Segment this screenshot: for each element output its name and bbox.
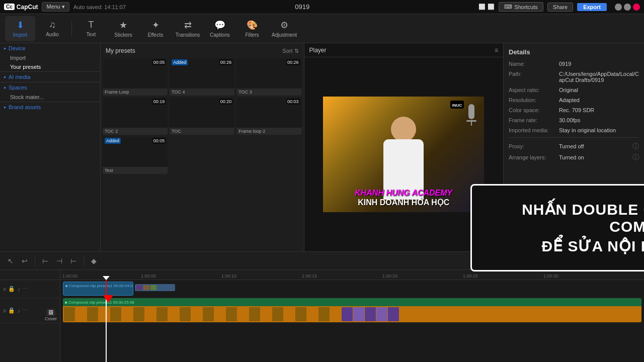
list-item[interactable]: 00:03 Frame loop 2 [236, 98, 301, 135]
video-label: INUC [450, 101, 464, 109]
arrange-settings-icon[interactable]: ⓘ [632, 153, 639, 162]
sort-label: Sort [282, 48, 292, 54]
keyframe-btn[interactable]: ◆ [89, 255, 99, 266]
media-label: TOC [170, 128, 234, 135]
panel-brand-assets[interactable]: ▸ Brand assets [0, 102, 100, 112]
tool-transitions[interactable]: ⇄ Transitions [173, 16, 203, 41]
track2-lock[interactable]: 🔒 [8, 307, 15, 314]
list-item[interactable]: Added 00:05 Text [103, 137, 168, 174]
split-tool[interactable]: ⊢ [40, 255, 51, 266]
ruler-mark-20: 1:00:20 [382, 274, 397, 279]
transitions-icon: ⇄ [184, 20, 192, 31]
list-item[interactable]: Added 00:26 TOC 4 [170, 58, 234, 96]
device-arrow: ▸ [4, 46, 7, 51]
details-imported-value: Stay in original location [559, 127, 639, 133]
player-menu-icon[interactable]: ≡ [495, 47, 498, 54]
list-item[interactable]: 00:05 Frame Loop [103, 58, 168, 96]
details-name-value: 0919 [559, 61, 639, 67]
track1-audio[interactable]: ♪ [17, 286, 20, 292]
details-proxy-value: Turned off [559, 143, 632, 149]
tool-adjustment[interactable]: ⚙ Adjustment [269, 16, 299, 41]
tool-audio-label: Audio [46, 32, 59, 37]
panel-device[interactable]: ▸ Device [0, 43, 100, 53]
media-duration: 00:03 [286, 99, 300, 105]
panel-stock-mater[interactable]: Stock mater... [0, 93, 100, 102]
track1-more[interactable]: ⋯ [22, 286, 28, 292]
grid-header: My presets Sort ⇅ [103, 45, 302, 56]
share-button[interactable]: Share [547, 3, 573, 12]
cover-label-area: 🖼 Cover [45, 309, 57, 321]
clip-mini-1 [136, 285, 142, 290]
maximize-button[interactable] [624, 4, 631, 11]
clip-mini-2 [143, 285, 149, 290]
details-row-aspect: Aspect ratio: Original [509, 87, 639, 93]
track1-lock[interactable]: 🔒 [8, 286, 15, 292]
ruler-mark-5: 1:00:05 [141, 274, 156, 279]
close-button[interactable] [633, 4, 640, 11]
playhead-marker [103, 276, 110, 280]
details-aspect-value: Original [559, 87, 639, 93]
track1-eye[interactable]: ≡ [3, 286, 6, 292]
frame-9 [156, 307, 168, 321]
media-label: TOC 3 [236, 88, 301, 96]
frame-23 [318, 307, 330, 321]
red-arrow-line [106, 280, 107, 295]
shortcuts-button[interactable]: ⌨ Shortcuts [499, 2, 543, 12]
panel-brand-label: Brand assets [9, 104, 41, 110]
menu-button[interactable]: Menu ▾ [42, 2, 69, 12]
details-row-arrange: Arrange layers: Turned on ⓘ [509, 153, 639, 162]
frame-20 [284, 307, 295, 321]
frame-p1 [342, 307, 353, 321]
minimize-button[interactable] [615, 4, 622, 11]
frame-5 [110, 307, 121, 321]
sort-button[interactable]: Sort ⇅ [282, 48, 298, 54]
tool-stickers[interactable]: ★ Stickers [108, 16, 138, 41]
tool-effects[interactable]: ✦ Effects [140, 16, 171, 41]
media-duration: 00:20 [219, 99, 233, 105]
keyboard-icon: ⌨ [504, 4, 512, 10]
proxy-settings-icon[interactable]: ⓘ [632, 142, 639, 151]
tool-text[interactable]: T Text [76, 16, 106, 41]
media-thumbnail: Added 00:26 [170, 58, 234, 88]
compound-clip-2-header[interactable]: ■ Compound clip presets1 00:00:25:08 [63, 298, 641, 306]
undo-button[interactable]: ↩ [19, 255, 30, 266]
export-button[interactable]: Export [577, 3, 607, 11]
tool-filters-label: Filters [245, 32, 259, 38]
cover-text: Cover [45, 316, 57, 321]
list-item[interactable]: 00:19 TOC 2 [103, 98, 168, 135]
frame-24 [330, 307, 341, 321]
select-tool[interactable]: ↖ [5, 255, 16, 266]
track2-eye[interactable]: ≡ [3, 308, 6, 314]
panel-your-presets[interactable]: Your presets [0, 62, 100, 71]
list-item[interactable]: 00:20 TOC [170, 98, 234, 135]
media-thumbnail: 00:19 [103, 98, 168, 128]
trim-left[interactable]: ⊣ [54, 255, 65, 266]
track-controls: ≡ 🔒 ♪ ⋯ ≡ 🔒 ♪ ⋯ 🖼 Cover [0, 270, 60, 362]
details-path-label: Path: [509, 71, 559, 77]
panel-ai-media[interactable]: ▸ AI media [0, 72, 100, 82]
track2-audio[interactable]: ♪ [17, 308, 20, 314]
media-thumbnail: Added 00:05 [103, 137, 168, 167]
media-label: TOC 2 [103, 128, 168, 135]
trim-right[interactable]: ⊢ [68, 255, 79, 266]
ruler-mark-15: 1:00:15 [302, 274, 317, 279]
tool-audio[interactable]: ♫ Audio [37, 16, 67, 41]
list-item[interactable]: 00:26 TOC 3 [236, 58, 301, 96]
panel-import[interactable]: Import [0, 53, 100, 62]
player: Player ≡ [304, 43, 504, 251]
arrange-row: Arrange layers: Turned on [509, 154, 632, 160]
tool-filters[interactable]: 🎨 Filters [237, 16, 267, 41]
tooltip-line2: ĐỂ SỬA NỘI DUNG CỦA TEXT [492, 237, 645, 255]
tl-divider-1 [35, 256, 35, 266]
panel-spaces[interactable]: ▸ Spaces [0, 82, 100, 93]
media-label: Frame loop 2 [236, 128, 301, 135]
audio-icon: ♫ [49, 20, 56, 30]
tool-captions[interactable]: 💬 Captions [205, 16, 235, 41]
details-path-value: C:/Users/lengo/AppData/Local/CapCut Draf… [559, 71, 639, 83]
track-ctrl-2: ≡ 🔒 ♪ ⋯ 🖼 Cover [0, 298, 60, 323]
details-row-proxy: Proxy: Turned off ⓘ [509, 142, 639, 151]
tool-import[interactable]: ⬇ Import [5, 16, 35, 41]
track2-more[interactable]: ⋯ [22, 307, 28, 314]
cover-icon: 🖼 [46, 309, 55, 316]
video-text-line2: KINH DOANH HÓA HỌC [323, 198, 484, 207]
